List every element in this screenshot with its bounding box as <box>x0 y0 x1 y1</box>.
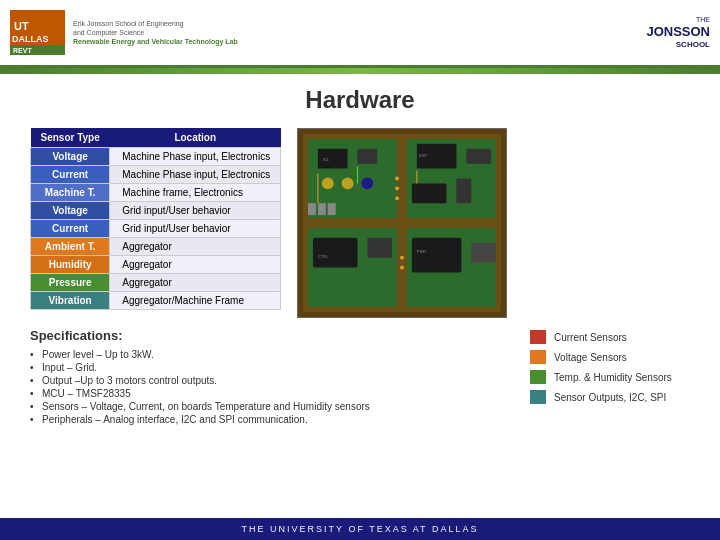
location-cell: Aggregator/Machine Frame <box>110 292 281 310</box>
table-row: Ambient T.Aggregator <box>31 238 281 256</box>
sensor-table: Sensor Type Location VoltageMachine Phas… <box>30 128 281 310</box>
header-left: UT DALLAS REVT Erik Jonsson School of En… <box>10 10 238 55</box>
location-cell: Aggregator <box>110 238 281 256</box>
table-row: CurrentMachine Phase input, Electronics <box>31 166 281 184</box>
legend-item: Sensor Outputs, I2C, SPI <box>530 390 690 404</box>
svg-point-15 <box>322 177 334 189</box>
legend: Current SensorsVoltage SensorsTemp. & Hu… <box>530 328 690 426</box>
legend-item: Voltage Sensors <box>530 350 690 364</box>
svg-rect-19 <box>318 203 326 215</box>
spec-item: Peripherals – Analog interface, I2C and … <box>30 413 510 426</box>
location-cell: Grid input/User behavior <box>110 202 281 220</box>
table-row: VoltageGrid input/User behavior <box>31 202 281 220</box>
main-content: Hardware Sensor Type Location VoltageMac… <box>0 74 720 434</box>
sensor-type-cell: Ambient T. <box>31 238 110 256</box>
table-row: Machine T.Machine frame, Electronics <box>31 184 281 202</box>
revt-full: Renewable Energy and Vehicular Technolog… <box>73 37 238 46</box>
svg-text:UT: UT <box>14 20 29 32</box>
spec-item: Output –Up to 3 motors control outputs. <box>30 374 510 387</box>
table-row: VoltageMachine Phase input, Electronics <box>31 148 281 166</box>
table-container: Sensor Type Location VoltageMachine Phas… <box>30 128 281 310</box>
col-location: Location <box>110 128 281 148</box>
svg-rect-12 <box>358 149 378 164</box>
svg-point-16 <box>342 177 354 189</box>
legend-color-box <box>530 370 546 384</box>
location-cell: Grid input/User behavior <box>110 220 281 238</box>
header-right: THE JONSSON SCHOOL <box>646 16 710 50</box>
table-row: HumidityAggregator <box>31 256 281 274</box>
location-cell: Machine frame, Electronics <box>110 184 281 202</box>
table-row: CurrentGrid input/User behavior <box>31 220 281 238</box>
specs-title: Specifications: <box>30 328 510 343</box>
school-line2: and Computer Science <box>73 28 238 37</box>
table-row: VibrationAggregator/Machine Frame <box>31 292 281 310</box>
ut-logo: UT DALLAS REVT <box>10 10 65 55</box>
legend-item: Current Sensors <box>530 330 690 344</box>
svg-point-33 <box>400 256 404 260</box>
sensor-type-cell: Current <box>31 166 110 184</box>
legend-label: Voltage Sensors <box>554 352 627 363</box>
specs-section: Specifications: Power level – Up to 3kW.… <box>30 328 690 426</box>
specs-list: Specifications: Power level – Up to 3kW.… <box>30 328 510 426</box>
legend-label: Current Sensors <box>554 332 627 343</box>
specs-ul: Power level – Up to 3kW.Input – Grid.Out… <box>30 348 510 426</box>
svg-rect-28 <box>412 238 461 273</box>
location-cell: Machine Phase input, Electronics <box>110 166 281 184</box>
svg-text:DSP: DSP <box>419 153 427 158</box>
svg-text:PWR: PWR <box>417 249 426 254</box>
revt-info: Erik Jonsson School of Engineering and C… <box>73 19 238 46</box>
location-cell: Aggregator <box>110 256 281 274</box>
page-title: Hardware <box>30 86 690 114</box>
pcb-image: IC1 DSP CTRL PWR <box>297 128 507 318</box>
legend-label: Sensor Outputs, I2C, SPI <box>554 392 666 403</box>
svg-text:IC1: IC1 <box>323 157 329 162</box>
svg-rect-24 <box>412 183 447 203</box>
svg-point-30 <box>395 176 399 180</box>
svg-rect-18 <box>308 203 316 215</box>
svg-point-32 <box>395 196 399 200</box>
sensor-type-cell: Voltage <box>31 202 110 220</box>
svg-point-17 <box>362 177 374 189</box>
svg-point-34 <box>400 266 404 270</box>
table-row: PressureAggregator <box>31 274 281 292</box>
svg-rect-25 <box>457 178 472 203</box>
svg-text:REVT: REVT <box>13 47 32 54</box>
location-cell: Aggregator <box>110 274 281 292</box>
sensor-type-cell: Voltage <box>31 148 110 166</box>
legend-color-box <box>530 330 546 344</box>
legend-color-box <box>530 350 546 364</box>
spec-item: MCU – TMSF28335 <box>30 387 510 400</box>
header: UT DALLAS REVT Erik Jonsson School of En… <box>0 0 720 68</box>
school-line1: Erik Jonsson School of Engineering <box>73 19 238 28</box>
legend-item: Temp. & Humidity Sensors <box>530 370 690 384</box>
svg-rect-29 <box>471 243 496 263</box>
legend-label: Temp. & Humidity Sensors <box>554 372 672 383</box>
jonsson-logo: THE JONSSON SCHOOL <box>646 16 710 50</box>
svg-rect-20 <box>328 203 336 215</box>
sensor-type-cell: Vibration <box>31 292 110 310</box>
content-row: Sensor Type Location VoltageMachine Phas… <box>30 128 690 318</box>
svg-point-31 <box>395 186 399 190</box>
sensor-type-cell: Current <box>31 220 110 238</box>
sensor-type-cell: Machine T. <box>31 184 110 202</box>
sensor-type-cell: Pressure <box>31 274 110 292</box>
spec-item: Power level – Up to 3kW. <box>30 348 510 361</box>
svg-text:DALLAS: DALLAS <box>12 34 49 44</box>
svg-text:CTRL: CTRL <box>318 254 329 259</box>
col-sensor-type: Sensor Type <box>31 128 110 148</box>
legend-color-box <box>530 390 546 404</box>
spec-item: Sensors – Voltage, Current, on boards Te… <box>30 400 510 413</box>
location-cell: Machine Phase input, Electronics <box>110 148 281 166</box>
sensor-type-cell: Humidity <box>31 256 110 274</box>
footer-text: THE UNIVERSITY OF TEXAS AT DALLAS <box>242 524 479 534</box>
svg-rect-14 <box>466 149 491 164</box>
footer: THE UNIVERSITY OF TEXAS AT DALLAS <box>0 518 720 540</box>
spec-item: Input – Grid. <box>30 361 510 374</box>
svg-rect-27 <box>368 238 393 258</box>
